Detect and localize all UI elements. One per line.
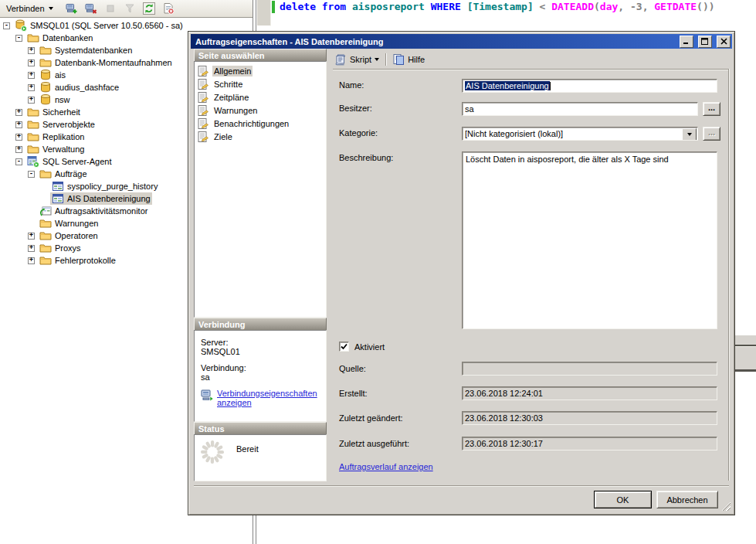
script-error-button[interactable] — [160, 2, 178, 16]
database-icon — [39, 94, 52, 106]
connect-button[interactable] — [63, 2, 81, 16]
minus-expander-icon[interactable]: - — [3, 22, 10, 29]
connection-header: Verbindung — [194, 318, 327, 330]
sql-token: WHERE — [431, 1, 467, 12]
sql-query-line[interactable]: delete from aisposreport WHERE [Timestam… — [280, 1, 715, 12]
database-icon — [39, 69, 52, 81]
content-frame-right — [728, 69, 730, 481]
view-connection-properties-link[interactable]: Verbindungseigenschaften anzeigen — [217, 389, 319, 407]
minus-expander-icon[interactable]: - — [28, 171, 35, 178]
stop-icon — [104, 2, 117, 15]
plus-expander-icon[interactable]: + — [15, 109, 22, 116]
source-field — [462, 362, 717, 376]
sql-token: aisposreport — [352, 1, 431, 12]
tree-item-content: Aufträge — [38, 168, 89, 180]
dialog-title: Auftragseigenschaften - AIS Datenbereini… — [195, 37, 675, 46]
category-browse-button[interactable]: ... — [703, 127, 720, 141]
ssms-screen: Verbinden -SMSQL01 (SQL Server 10.50.656… — [0, 0, 756, 544]
folder-icon — [27, 118, 39, 131]
owner-input[interactable] — [462, 102, 698, 116]
enabled-checkbox[interactable] — [339, 342, 349, 352]
dialog-titlebar[interactable]: Auftragseigenschaften - AIS Datenbereini… — [191, 34, 732, 49]
dialog-toolbar: Skript Hilfe — [332, 51, 427, 68]
page-icon — [197, 65, 209, 77]
tree-item-label: Fehlerprotokolle — [55, 256, 116, 265]
stop-button[interactable] — [102, 2, 120, 16]
plus-expander-icon[interactable]: + — [28, 84, 35, 91]
plus-expander-icon[interactable]: + — [15, 146, 22, 153]
tree-item[interactable]: -SMSQL01 (SQL Server 10.50.6560 - sa) — [0, 19, 251, 32]
source-label: Quelle: — [339, 364, 366, 373]
last-executed-field: 23.06.2018 12:30:17 — [462, 437, 717, 450]
sql-token: -3 — [630, 1, 642, 12]
script-button[interactable]: Skript — [332, 53, 381, 66]
job-icon — [52, 192, 64, 205]
plus-expander-icon[interactable]: + — [28, 233, 35, 240]
status-header: Status — [194, 422, 327, 434]
folder-icon — [39, 44, 52, 56]
name-input[interactable]: AIS Datenbereinigung — [462, 79, 717, 93]
tree-item-label: Auftragsaktivitätsmonitor — [55, 206, 147, 216]
plus-expander-icon[interactable]: + — [28, 257, 35, 264]
sidebar-page-ziele[interactable]: Ziele — [195, 130, 326, 143]
background-splitter-fragment[interactable] — [735, 346, 756, 372]
sidebar-page-allgemein[interactable]: Allgemein — [195, 64, 326, 77]
script-button-label: Skript — [350, 55, 371, 64]
refresh-icon — [143, 2, 155, 15]
minus-expander-icon[interactable]: - — [15, 158, 22, 165]
plus-expander-icon[interactable]: + — [15, 121, 22, 128]
plus-expander-icon[interactable]: + — [28, 245, 35, 252]
last-executed-label: Zuletzt ausgeführt: — [339, 439, 409, 448]
plus-expander-icon[interactable]: + — [15, 134, 22, 141]
owner-label: Besitzer: — [339, 104, 372, 113]
tree-item-label: SMSQL01 (SQL Server 10.50.6560 - sa) — [30, 21, 183, 30]
editor-indicator-margin — [257, 0, 271, 26]
tree-item-content: Proxys — [38, 242, 83, 254]
connect-dropdown-label: Verbinden — [6, 4, 45, 13]
view-job-history-link[interactable]: Auftragsverlauf anzeigen — [339, 462, 433, 471]
category-dropdown-button[interactable] — [682, 128, 697, 141]
plus-expander-icon[interactable]: + — [28, 60, 35, 66]
refresh-button[interactable] — [141, 2, 158, 16]
plus-expander-icon[interactable]: + — [28, 72, 35, 79]
disconnect-icon — [85, 2, 97, 15]
help-button[interactable]: Hilfe — [390, 53, 427, 66]
background-scrollbar-fragment — [735, 335, 756, 346]
disconnect-button[interactable] — [83, 2, 100, 16]
connection-label: Verbindung: — [201, 363, 320, 372]
description-textarea[interactable]: Löscht Daten in aisposreport, die älter … — [462, 151, 717, 329]
minus-expander-icon[interactable]: - — [15, 35, 22, 42]
monitor-icon — [39, 205, 52, 217]
filter-button[interactable] — [121, 2, 139, 16]
sidebar-page-warnungen[interactable]: Warnungen — [195, 104, 326, 117]
tree-item-label: Proxys — [55, 243, 81, 253]
script-icon — [334, 53, 347, 66]
page-icon — [197, 91, 209, 104]
sidebar-page-schritte[interactable]: Schritte — [195, 77, 326, 90]
sidebar-page-benachrichtigungen[interactable]: Benachrichtigungen — [195, 117, 326, 130]
sql-token: , — [618, 1, 630, 12]
page-icon — [197, 104, 209, 117]
tree-item-content: Auftragsaktivitätsmonitor — [38, 205, 149, 217]
resize-grip[interactable] — [720, 501, 731, 511]
category-combobox[interactable]: [Nicht kategorisiert (lokal)] — [462, 127, 698, 141]
cancel-button[interactable]: Abbrechen — [656, 491, 718, 508]
page-icon — [197, 117, 209, 130]
folder-icon — [27, 106, 39, 118]
plus-expander-icon[interactable]: + — [28, 97, 35, 104]
tree-item-label: Replikation — [42, 132, 84, 141]
sidebar-page-zeitpläne[interactable]: Zeitpläne — [195, 90, 326, 104]
close-button[interactable] — [717, 36, 731, 48]
plus-expander-icon[interactable]: + — [28, 47, 35, 54]
folder-icon — [39, 230, 52, 242]
ok-button[interactable]: OK — [594, 491, 652, 508]
created-field: 23.06.2018 12:24:01 — [462, 386, 717, 400]
page-list: AllgemeinSchritteZeitpläneWarnungenBenac… — [194, 61, 327, 318]
owner-browse-button[interactable]: ... — [703, 102, 720, 116]
maximize-button[interactable] — [698, 36, 712, 48]
tree-item-content: SQL Server-Agent — [25, 155, 113, 168]
connect-dropdown-button[interactable]: Verbinden — [3, 2, 56, 15]
server-label: Server: — [201, 338, 320, 347]
minimize-button[interactable] — [680, 36, 693, 48]
enabled-checkbox-label[interactable]: Aktiviert — [354, 342, 385, 352]
